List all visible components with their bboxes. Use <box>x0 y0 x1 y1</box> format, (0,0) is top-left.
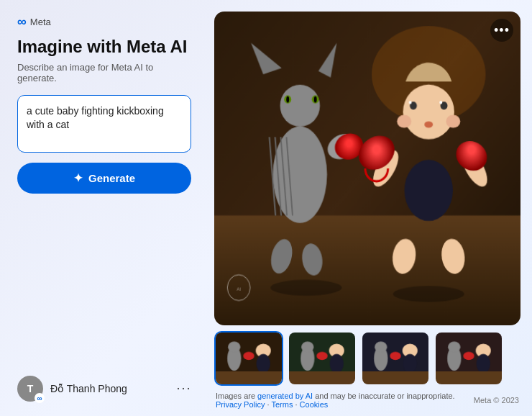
meta-logo-text: Meta <box>30 17 51 27</box>
generate-label: Generate <box>88 172 135 184</box>
meta-avatar-logo: ∞ <box>35 393 45 403</box>
avatar-wrapper: T ∞ <box>17 376 43 402</box>
meta-logo-area: ∞ Meta <box>17 14 191 30</box>
meta-infinity-icon: ∞ <box>17 14 26 30</box>
footer-row: Images are generated by AI and may be in… <box>214 392 520 409</box>
generate-button[interactable]: ✦ Generate <box>17 163 191 194</box>
image-more-button[interactable]: ••• <box>490 19 513 42</box>
user-area: T ∞ Đỗ Thanh Phong ⋮ <box>17 368 191 402</box>
thumbnail-4[interactable] <box>434 331 503 386</box>
thumbnail-canvas-3 <box>362 333 428 384</box>
privacy-policy-link[interactable]: Privacy Policy <box>216 400 265 409</box>
terms-link[interactable]: Terms <box>271 400 293 409</box>
thumbnail-3[interactable] <box>361 331 430 386</box>
right-panel: ••• Images are generated by AI and may b… <box>208 0 532 416</box>
thumbnail-canvas-2 <box>289 333 355 384</box>
sparkle-icon: ✦ <box>73 171 83 185</box>
thumbnail-canvas-4 <box>436 333 502 384</box>
left-panel: ∞ Meta Imagine with Meta AI Describe an … <box>0 0 208 416</box>
disclaimer-end: and may be inaccurate or inappropriate. <box>313 392 455 400</box>
main-image-canvas <box>214 12 520 325</box>
footer-copyright: Meta © 2023 <box>474 396 519 404</box>
thumbnails-row <box>214 331 520 386</box>
main-image-area: ••• <box>214 12 520 325</box>
page-subtitle: Describe an image for Meta AI to generat… <box>17 62 191 83</box>
user-info: T ∞ Đỗ Thanh Phong <box>17 376 127 402</box>
thumbnail-canvas-1 <box>216 333 282 384</box>
prompt-input[interactable]: a cute baby fighting kickboxing with a c… <box>17 95 191 153</box>
footer-disclaimer: Images are generated by AI and may be in… <box>216 392 455 409</box>
page-title: Imagine with Meta AI <box>17 37 191 58</box>
generated-by-ai-link[interactable]: generated by AI <box>257 392 313 400</box>
thumbnail-1[interactable] <box>214 331 283 386</box>
thumbnail-2[interactable] <box>288 331 357 386</box>
user-more-button[interactable]: ⋮ <box>175 381 193 397</box>
cookies-link[interactable]: Cookies <box>300 400 329 409</box>
user-name: Đỗ Thanh Phong <box>50 383 127 394</box>
disclaimer-text: Images are <box>216 392 257 400</box>
